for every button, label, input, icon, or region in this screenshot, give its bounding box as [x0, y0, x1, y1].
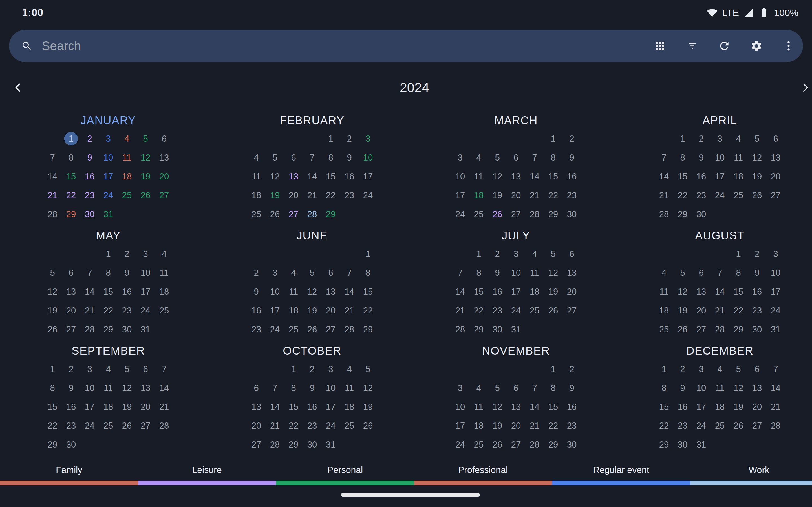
day-cell[interactable]: 21 — [711, 301, 729, 320]
day-cell[interactable]: 6 — [692, 263, 711, 282]
day-cell[interactable]: 6 — [247, 379, 266, 397]
day-cell[interactable]: 8 — [655, 379, 673, 397]
day-cell[interactable]: 14 — [525, 167, 544, 186]
day-cell[interactable]: 12 — [544, 263, 562, 282]
day-cell[interactable]: 5 — [673, 263, 692, 282]
day-cell[interactable]: 15 — [655, 397, 673, 416]
day-cell[interactable]: 10 — [766, 263, 785, 282]
day-cell[interactable]: 3 — [451, 379, 469, 397]
day-cell[interactable]: 8 — [673, 148, 692, 167]
filter-icon[interactable] — [686, 40, 699, 52]
day-cell[interactable]: 18 — [525, 282, 544, 301]
day-cell[interactable]: 10 — [507, 263, 525, 282]
day-cell[interactable]: 20 — [247, 416, 266, 435]
search-input[interactable]: Search — [20, 39, 654, 53]
day-cell[interactable]: 30 — [562, 435, 581, 454]
day-cell[interactable]: 1 — [655, 360, 673, 379]
day-cell[interactable]: 16 — [247, 301, 266, 320]
day-cell[interactable]: 12 — [136, 148, 155, 167]
day-cell[interactable]: 13 — [284, 167, 303, 186]
day-cell[interactable]: 16 — [488, 282, 507, 301]
day-cell[interactable]: 27 — [507, 205, 525, 224]
day-cell[interactable]: 14 — [80, 282, 99, 301]
day-cell[interactable]: 12 — [748, 148, 766, 167]
day-cell[interactable]: 5 — [748, 129, 766, 148]
day-cell[interactable]: 14 — [451, 282, 469, 301]
day-cell[interactable]: 10 — [711, 148, 729, 167]
day-cell[interactable]: 18 — [469, 416, 488, 435]
day-cell[interactable]: 2 — [80, 129, 99, 148]
day-cell[interactable]: 8 — [43, 379, 62, 397]
day-cell[interactable]: 3 — [711, 129, 729, 148]
month-title[interactable]: NOVEMBER — [451, 342, 581, 360]
day-cell[interactable]: 19 — [136, 167, 155, 186]
day-cell[interactable]: 12 — [729, 379, 748, 397]
day-cell[interactable]: 10 — [136, 263, 155, 282]
day-cell[interactable]: 18 — [340, 397, 359, 416]
day-cell[interactable]: 18 — [711, 397, 729, 416]
day-cell[interactable]: 11 — [655, 282, 673, 301]
day-cell[interactable]: 2 — [303, 360, 321, 379]
day-cell[interactable]: 6 — [507, 379, 525, 397]
day-cell[interactable]: 28 — [766, 416, 785, 435]
day-cell[interactable]: 19 — [117, 397, 136, 416]
day-cell[interactable]: 22 — [544, 416, 562, 435]
day-cell[interactable]: 20 — [692, 301, 711, 320]
day-cell[interactable]: 15 — [544, 167, 562, 186]
day-cell[interactable]: 10 — [451, 167, 469, 186]
day-cell[interactable]: 18 — [655, 301, 673, 320]
day-cell[interactable]: 3 — [321, 360, 340, 379]
day-cell[interactable]: 14 — [155, 379, 173, 397]
day-cell[interactable]: 28 — [155, 416, 173, 435]
day-cell[interactable]: 26 — [303, 320, 321, 339]
day-cell[interactable]: 3 — [507, 244, 525, 263]
day-cell[interactable]: 14 — [266, 397, 284, 416]
day-cell[interactable]: 13 — [766, 148, 785, 167]
day-cell[interactable]: 17 — [359, 167, 377, 186]
day-cell[interactable]: 28 — [340, 320, 359, 339]
day-cell[interactable]: 6 — [62, 263, 80, 282]
day-cell[interactable]: 2 — [562, 129, 581, 148]
day-cell[interactable]: 9 — [117, 263, 136, 282]
day-cell[interactable]: 22 — [469, 301, 488, 320]
day-cell[interactable]: 31 — [766, 320, 785, 339]
day-cell[interactable]: 14 — [711, 282, 729, 301]
day-cell[interactable]: 16 — [673, 397, 692, 416]
day-cell[interactable]: 28 — [303, 205, 321, 224]
day-cell[interactable]: 23 — [562, 416, 581, 435]
day-cell[interactable]: 4 — [117, 129, 136, 148]
day-cell[interactable]: 3 — [136, 244, 155, 263]
day-cell[interactable]: 9 — [692, 148, 711, 167]
day-cell[interactable]: 16 — [748, 282, 766, 301]
day-cell[interactable]: 23 — [748, 301, 766, 320]
day-cell[interactable]: 7 — [766, 360, 785, 379]
day-cell[interactable]: 4 — [729, 129, 748, 148]
day-cell[interactable]: 6 — [284, 148, 303, 167]
day-cell[interactable]: 26 — [266, 205, 284, 224]
day-cell[interactable]: 24 — [711, 186, 729, 205]
day-cell[interactable]: 10 — [321, 379, 340, 397]
day-cell[interactable]: 22 — [284, 416, 303, 435]
day-cell[interactable]: 16 — [692, 167, 711, 186]
day-cell[interactable]: 13 — [247, 397, 266, 416]
day-cell[interactable]: 11 — [469, 167, 488, 186]
day-cell[interactable]: 15 — [359, 282, 377, 301]
day-cell[interactable]: 20 — [562, 282, 581, 301]
day-cell[interactable]: 19 — [729, 397, 748, 416]
day-cell[interactable]: 12 — [303, 282, 321, 301]
day-cell[interactable]: 5 — [544, 244, 562, 263]
day-cell[interactable]: 1 — [284, 360, 303, 379]
day-cell[interactable]: 23 — [692, 186, 711, 205]
day-cell[interactable]: 29 — [544, 205, 562, 224]
day-cell[interactable]: 16 — [62, 397, 80, 416]
day-cell[interactable]: 11 — [711, 379, 729, 397]
day-cell[interactable]: 23 — [488, 301, 507, 320]
day-cell[interactable]: 21 — [303, 186, 321, 205]
day-cell[interactable]: 5 — [117, 360, 136, 379]
day-cell[interactable]: 18 — [155, 282, 173, 301]
day-cell[interactable]: 6 — [136, 360, 155, 379]
day-cell[interactable]: 13 — [748, 379, 766, 397]
day-cell[interactable]: 28 — [525, 205, 544, 224]
day-cell[interactable]: 12 — [359, 379, 377, 397]
day-cell[interactable]: 25 — [711, 416, 729, 435]
